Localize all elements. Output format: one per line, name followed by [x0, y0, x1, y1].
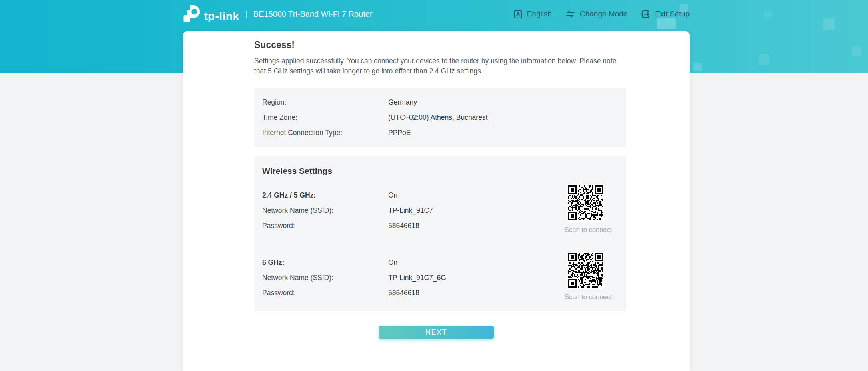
language-selector[interactable]: A English — [513, 9, 552, 19]
password-row: Password: 58646618 — [262, 285, 542, 300]
info-row-connection-type: Internet Connection Type: PPPoE — [262, 125, 618, 140]
language-icon: A — [513, 9, 523, 19]
router-model-name: BE15000 Tri-Band Wi-Fi 7 Router — [253, 10, 373, 19]
band-6g-label: 6 GHz: — [262, 258, 388, 267]
page-title: Success! — [254, 39, 626, 50]
exit-setup-label: Exit Setup — [655, 10, 690, 18]
info-row-region: Region: Germany — [262, 95, 618, 110]
ssid-6g-label: Network Name (SSID): — [262, 274, 388, 282]
qr-code-2g5g — [567, 184, 604, 222]
wireless-section-2g5g: 2.4 GHz / 5 GHz: On Network Name (SSID):… — [262, 188, 542, 233]
band-deco-square — [693, 63, 702, 71]
password-6g-label: Password: — [262, 289, 388, 297]
qr-block-2g5g: Scan to connect — [565, 184, 606, 234]
password-row: Password: 58646618 — [262, 218, 542, 233]
brand-logotype: tp-link — [204, 10, 239, 23]
band-deco-square — [852, 46, 861, 56]
wireless-settings-title: Wireless Settings — [262, 166, 618, 176]
section-divider — [262, 244, 618, 244]
svg-text:A: A — [516, 11, 520, 17]
qr-code-6g — [567, 252, 604, 289]
band-deco-square — [759, 54, 769, 65]
language-label: English — [527, 10, 552, 18]
connection-info-panel: Region: Germany Time Zone: (UTC+02:00) A… — [254, 88, 626, 147]
exit-setup-icon — [641, 9, 651, 19]
region-label: Region: — [262, 98, 388, 107]
password-value: 58646618 — [388, 222, 419, 230]
wireless-settings-panel: Wireless Settings 2.4 GHz / 5 GHz: On Ne… — [254, 156, 626, 311]
setup-card: Success! Settings applied successfully. … — [183, 31, 690, 371]
connection-type-label: Internet Connection Type: — [262, 129, 388, 137]
timezone-label: Time Zone: — [262, 113, 388, 122]
band-state-row: 6 GHz: On — [262, 255, 542, 270]
header: tp-link | BE15000 Tri-Band Wi-Fi 7 Route… — [0, 0, 868, 28]
ssid-label: Network Name (SSID): — [262, 206, 388, 215]
brand-separator: | — [245, 10, 247, 19]
wireless-section-6g: 6 GHz: On Network Name (SSID): TP-Link_9… — [262, 255, 542, 300]
next-button[interactable]: NEXT — [379, 326, 494, 339]
tp-link-logo-icon — [182, 5, 202, 23]
qr-block-6g: Scan to connect — [565, 252, 606, 301]
ssid-row: Network Name (SSID): TP-Link_91C7 — [262, 203, 542, 218]
region-value: Germany — [388, 98, 417, 107]
band-2g5g-state: On — [388, 191, 397, 200]
timezone-value: (UTC+02:00) Athens, Bucharest — [388, 113, 488, 122]
password-label: Password: — [262, 222, 388, 230]
ssid-row: Network Name (SSID): TP-Link_91C7_6G — [262, 270, 542, 285]
band-6g-state: On — [388, 258, 397, 267]
exit-setup-button[interactable]: Exit Setup — [641, 9, 690, 19]
success-description: Settings applied successfully. You can c… — [254, 56, 626, 76]
header-actions: A English Change Mode Exi — [513, 0, 690, 28]
ssid-value: TP-Link_91C7 — [388, 206, 433, 215]
card-content: Success! Settings applied successfully. … — [254, 31, 626, 311]
connection-type-value: PPPoE — [388, 129, 411, 137]
scan-to-connect-caption: Scan to connect — [565, 293, 606, 301]
password-6g-value: 58646618 — [388, 289, 419, 297]
change-mode-icon — [565, 9, 576, 19]
info-row-timezone: Time Zone: (UTC+02:00) Athens, Bucharest — [262, 110, 618, 125]
band-2g5g-label: 2.4 GHz / 5 GHz: — [262, 191, 388, 200]
band-state-row: 2.4 GHz / 5 GHz: On — [262, 188, 542, 203]
change-mode-button[interactable]: Change Mode — [565, 9, 627, 19]
scan-to-connect-caption: Scan to connect — [565, 226, 606, 234]
brand: tp-link | BE15000 Tri-Band Wi-Fi 7 Route… — [182, 0, 373, 28]
change-mode-label: Change Mode — [580, 10, 627, 18]
ssid-6g-value: TP-Link_91C7_6G — [388, 274, 446, 282]
